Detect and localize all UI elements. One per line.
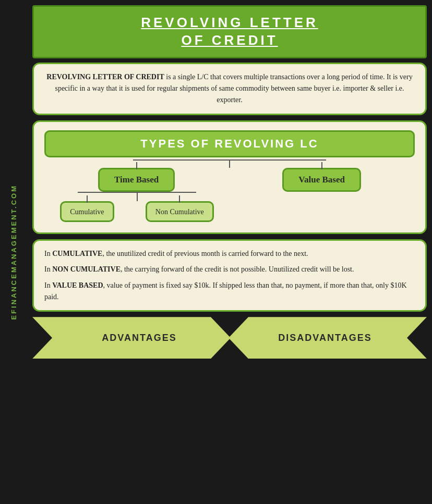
advantages-label: ADVANTAGES — [102, 333, 176, 343]
non-cumulative-node: Non Cumulative — [146, 201, 214, 222]
time-based-node: Time Based — [98, 168, 175, 192]
tree-row1: Time Based Value Based — [44, 168, 415, 192]
definition-section: REVOLVING LETTER OF CREDIT is a single L… — [32, 63, 427, 115]
desc-para-3: In VALUE BASED, value of payment is fixe… — [44, 280, 415, 303]
value-based-node: Value Based — [282, 168, 361, 192]
value-based-label: Value Based — [298, 175, 345, 185]
desc-para-1: In CUMULATIVE, the unutilized credit of … — [44, 248, 415, 260]
tree-row2: Cumulative Non Cumulative — [44, 201, 230, 222]
types-section: TYPES OF REVOLVING LC Time Based Value B… — [32, 120, 427, 234]
types-header-text: TYPES OF REVOLVING LC — [140, 137, 318, 150]
sidebar-text: efinancemanagement.com — [10, 185, 18, 320]
cumulative-node: Cumulative — [60, 201, 114, 222]
time-based-label: Time Based — [114, 175, 159, 185]
sidebar: efinancemanagement.com — [0, 0, 27, 504]
disadvantages-arrow: DISADVANTAGES — [229, 317, 427, 359]
non-cumulative-bold: NON CUMULATIVE — [52, 265, 121, 273]
definition-text: REVOLVING LETTER OF CREDIT is a single L… — [44, 71, 415, 106]
disadvantages-label: DISADVANTAGES — [278, 333, 371, 343]
value-based-bold: VALUE BASED — [52, 281, 103, 289]
types-header-box: TYPES OF REVOLVING LC — [44, 130, 415, 157]
description-section: In CUMULATIVE, the unutilized credit of … — [32, 239, 427, 312]
advantages-arrow: ADVANTAGES — [32, 317, 231, 359]
desc-para-2: In NON CUMULATIVE, the carrying forward … — [44, 264, 415, 275]
cumulative-bold: CUMULATIVE — [52, 250, 102, 257]
non-cumulative-label: Non Cumulative — [155, 208, 204, 216]
cumulative-label: Cumulative — [70, 208, 104, 216]
header-title: REVOLVING LETTEROF CREDIT — [44, 14, 415, 50]
definition-bold: REVOLVING LETTER OF CREDIT — [46, 73, 164, 81]
header-section: REVOLVING LETTEROF CREDIT — [32, 5, 427, 58]
tree-container: Time Based Value Based Cumulative Non Cu… — [44, 168, 415, 222]
cumulative-text: , the unutilized credit of previous mont… — [102, 250, 308, 257]
main-content: REVOLVING LETTEROF CREDIT REVOLVING LETT… — [27, 0, 432, 504]
bottom-section: ADVANTAGES DISADVANTAGES — [32, 317, 427, 359]
non-cumulative-text: , the carrying forward of the credit is … — [121, 265, 354, 273]
